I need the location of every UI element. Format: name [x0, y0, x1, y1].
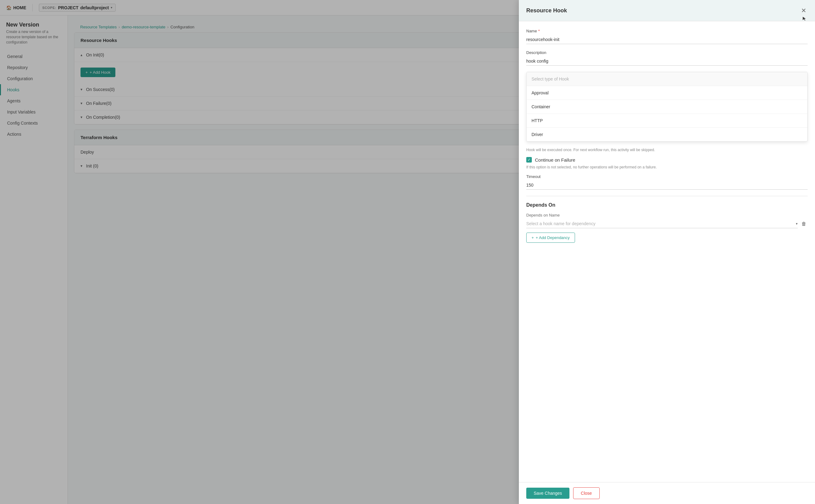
name-required-star: * [538, 29, 540, 33]
depends-on-arrow-icon: ▾ [796, 222, 798, 226]
hook-type-option-http[interactable]: HTTP [527, 114, 807, 128]
add-dependency-plus-icon: + [532, 235, 534, 240]
save-changes-button[interactable]: Save Changes [526, 488, 569, 499]
description-input[interactable] [526, 57, 808, 66]
timeout-input[interactable] [526, 181, 808, 190]
hook-type-container: Select type of HookApprovalContainerHTTP… [526, 72, 808, 142]
once-info-text: Hook will be executed once. For next wor… [526, 148, 808, 152]
add-dependency-button[interactable]: + + Add Dependancy [526, 233, 575, 243]
depends-on-select[interactable]: Select a hook name for dependency ▾ [526, 219, 798, 228]
depends-on-placeholder: Select a hook name for dependency [526, 221, 796, 226]
panel-close-button[interactable]: ✕ [800, 6, 808, 15]
checkbox-check-icon: ✓ [527, 158, 531, 162]
panel-body: Name * Description Select type of HookAp… [519, 21, 815, 482]
panel-footer: Save Changes Close [519, 482, 815, 504]
depends-on-row: Select a hook name for dependency ▾ 🗑 [526, 219, 808, 228]
name-input[interactable] [526, 35, 808, 44]
panel-header: Resource Hook ✕ [519, 0, 815, 21]
timeout-label: Timeout [526, 174, 808, 179]
hook-type-option-container[interactable]: Container [527, 100, 807, 114]
hook-type-placeholder: Select type of Hook [527, 72, 807, 86]
description-form-group: Description [526, 50, 808, 66]
continue-on-failure-checkbox[interactable]: ✓ [526, 157, 532, 163]
hook-type-option-driver[interactable]: Driver [527, 128, 807, 141]
close-icon: ✕ [801, 7, 806, 14]
add-dependency-label: + Add Dependancy [536, 235, 570, 240]
panel-title: Resource Hook [526, 7, 567, 14]
section-divider [526, 196, 808, 196]
name-form-group: Name * [526, 29, 808, 44]
depends-on-title: Depends On [526, 202, 808, 208]
trash-icon: 🗑 [801, 221, 806, 226]
resource-hook-panel: Resource Hook ✕ Name * Description Selec… [519, 0, 815, 504]
depends-on-name-label: Depends on Name [526, 213, 808, 217]
timeout-form-group: Timeout [526, 174, 808, 190]
continue-on-failure-label: Continue on Failure [535, 157, 575, 163]
delete-dependency-button[interactable]: 🗑 [800, 220, 808, 228]
close-button[interactable]: Close [573, 487, 600, 499]
continue-on-failure-info: If this option is not selected, no furth… [526, 165, 808, 169]
name-label: Name * [526, 29, 808, 33]
hook-type-dropdown: Select type of HookApprovalContainerHTTP… [526, 72, 808, 142]
description-label: Description [526, 50, 808, 55]
continue-on-failure-row: ✓ Continue on Failure [526, 157, 808, 163]
hook-type-option-approval[interactable]: Approval [527, 86, 807, 100]
